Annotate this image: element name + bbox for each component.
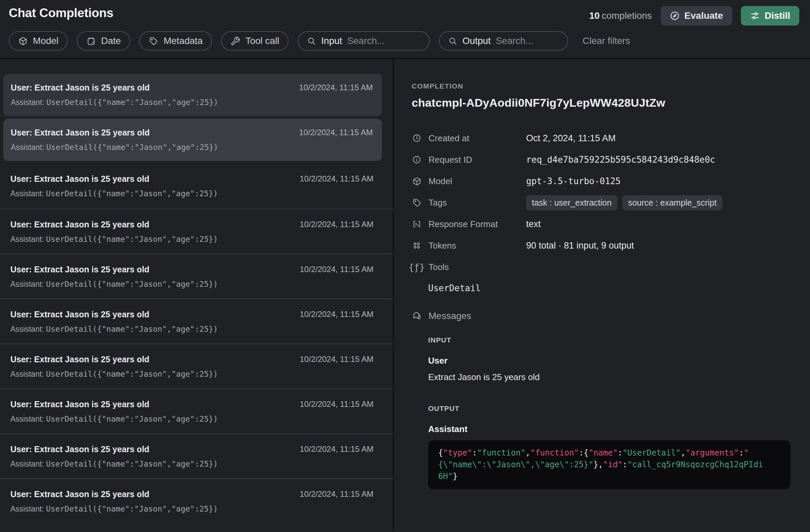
completion-list-item[interactable]: User: Extract Jason is 25 years oldAssis… — [0, 344, 393, 388]
meta-row-tokens: Tokens90 total · 81 input, 9 output — [412, 235, 797, 256]
completion-detail-panel: COMPLETION chatcmpl-ADyAodii0NF7ig7yLepW… — [393, 59, 810, 531]
filter-pill-label: Date — [101, 36, 121, 46]
output-message-block: OUTPUT Assistant {"type":"function","fun… — [428, 404, 797, 489]
meta-row-tags: Tagstask : user_extractionsource : examp… — [412, 192, 797, 213]
filter-pill-label: Metadata — [163, 36, 202, 46]
sliders-icon — [750, 11, 760, 21]
input-message-block: INPUT User Extract Jason is 25 years old — [428, 336, 797, 382]
meta-row-response-format: Response Formattext — [412, 213, 797, 235]
page-title: Chat Completions — [9, 6, 113, 20]
list-item-assistant-text: Assistant: UserDetail({"name":"Jason","a… — [11, 415, 373, 423]
search-icon — [448, 36, 457, 46]
input-message-content: Extract Jason is 25 years old — [428, 372, 797, 382]
distill-button-label: Distill — [765, 11, 790, 21]
completions-count: 10completions — [589, 11, 652, 21]
list-item-timestamp: 10/2/2024, 11:15 AM — [299, 83, 373, 92]
tag-icon — [149, 36, 158, 46]
list-item-timestamp: 10/2/2024, 11:15 AM — [299, 310, 373, 319]
tools-list: UserDetail — [428, 283, 797, 293]
input-search-input[interactable]: InputSearch... — [298, 31, 430, 51]
completions-count-value: 10 — [589, 11, 600, 21]
completion-list-item[interactable]: User: Extract Jason is 25 years oldAssis… — [0, 433, 393, 478]
header-actions: 10completions Evaluate Distill — [589, 6, 801, 26]
meta-label: Response Format — [428, 219, 526, 230]
cube-icon — [18, 36, 28, 46]
output-message-role: Assistant — [428, 424, 797, 434]
calendar-icon — [86, 36, 96, 46]
meta-value: text — [526, 219, 541, 230]
filter-pill-metadata[interactable]: Metadata — [139, 31, 212, 51]
completion-list-item[interactable]: User: Extract Jason is 25 years oldAssis… — [0, 478, 393, 523]
chat-bubbles-icon — [412, 311, 422, 321]
compass-icon — [670, 11, 680, 21]
search-icon — [307, 36, 316, 46]
completion-list-item[interactable]: User: Extract Jason is 25 years oldAssis… — [0, 164, 393, 209]
meta-row-created-at: Created atOct 2, 2024, 11:15 AM — [412, 128, 797, 149]
filter-pill-label: Model — [33, 36, 59, 46]
completion-list-item[interactable]: User: Extract Jason is 25 years oldAssis… — [0, 209, 393, 254]
meta-value: Oct 2, 2024, 11:15 AM — [526, 133, 616, 144]
completion-id: chatcmpl-ADyAodii0NF7ig7yLepWW428UJtZw — [412, 96, 797, 109]
meta-label: Request ID — [428, 155, 526, 165]
list-item-assistant-text: Assistant: UserDetail({"name":"Jason","a… — [11, 280, 373, 289]
list-item-assistant-text: Assistant: UserDetail({"name":"Jason","a… — [11, 325, 373, 334]
messages-section-label: Messages — [428, 311, 471, 321]
tag-chip: task : user_extraction — [526, 195, 617, 210]
distill-button[interactable]: Distill — [741, 6, 799, 26]
list-item-assistant-text: Assistant: UserDetail({"name":"Jason","a… — [11, 189, 373, 198]
filter-pill-tool-call[interactable]: Tool call — [221, 31, 289, 51]
list-item-assistant-text: Assistant: UserDetail({"name":"Jason","a… — [11, 370, 373, 379]
tag-chip: source : example_script — [622, 195, 723, 210]
meta-label: Model — [428, 176, 526, 186]
meta-label: Tools — [428, 262, 526, 272]
list-item-timestamp: 10/2/2024, 11:15 AM — [299, 128, 373, 137]
evaluate-button[interactable]: Evaluate — [661, 6, 732, 26]
list-item-assistant-text: Assistant: UserDetail({"name":"Jason","a… — [11, 235, 373, 244]
list-item-timestamp: 10/2/2024, 11:15 AM — [299, 489, 373, 499]
filter-pill-label: Tool call — [245, 36, 279, 46]
list-item-timestamp: 10/2/2024, 11:15 AM — [299, 399, 373, 409]
tag-icon — [412, 198, 422, 207]
page-header: Chat Completions 10completions Evaluate … — [0, 0, 810, 59]
meta-value: gpt-3.5-turbo-0125 — [526, 176, 621, 186]
meta-label: Tags — [428, 198, 526, 208]
completion-list-item[interactable]: User: Extract Jason is 25 years oldAssis… — [3, 119, 382, 161]
completion-section-label: COMPLETION — [412, 82, 797, 90]
completion-list-item[interactable]: User: Extract Jason is 25 years oldAssis… — [0, 299, 393, 344]
meta-label: Tokens — [428, 240, 526, 251]
completion-metadata: Created atOct 2, 2024, 11:15 AMRequest I… — [412, 128, 797, 278]
wrench-icon — [230, 36, 240, 46]
meta-row-request-id: Request IDreq_d4e7ba759225b595c584243d9c… — [412, 149, 797, 170]
messages-section-header: Messages — [412, 311, 797, 321]
search-field-label: Output — [463, 36, 490, 46]
braces-fn-icon: {ƒ} — [412, 262, 422, 272]
list-item-timestamp: 10/2/2024, 11:15 AM — [299, 445, 373, 454]
completion-list-item[interactable]: User: Extract Jason is 25 years oldAssis… — [0, 388, 393, 433]
search-placeholder: Search... — [496, 36, 533, 46]
completion-list-item[interactable]: User: Extract Jason is 25 years oldAssis… — [0, 254, 393, 299]
evaluate-button-label: Evaluate — [684, 11, 723, 21]
chat-completions-page: Chat Completions 10completions Evaluate … — [0, 0, 810, 532]
search-placeholder: Search... — [347, 36, 385, 46]
tag-chips: task : user_extractionsource : example_s… — [526, 195, 723, 210]
completion-list-item[interactable]: User: Extract Jason is 25 years oldAssis… — [3, 74, 382, 116]
list-item-assistant-text: Assistant: UserDetail({"name":"Jason","a… — [11, 460, 373, 469]
meta-label: Created at — [428, 133, 526, 144]
list-item-assistant-text: Assistant: UserDetail({"name":"Jason","a… — [11, 98, 373, 107]
output-heading: OUTPUT — [428, 404, 797, 413]
output-search-input[interactable]: OutputSearch... — [439, 31, 568, 51]
clear-filters-button[interactable]: Clear filters — [583, 36, 630, 46]
filter-pill-model[interactable]: Model — [9, 31, 68, 51]
filter-pill-date[interactable]: Date — [77, 31, 130, 51]
clock-icon — [412, 133, 422, 143]
input-message-role: User — [428, 355, 797, 366]
filter-bar: ModelDateMetadataTool callInputSearch...… — [9, 31, 801, 51]
meta-value: 90 total · 81 input, 9 output — [526, 240, 634, 251]
list-item-timestamp: 10/2/2024, 11:15 AM — [299, 174, 373, 183]
list-item-timestamp: 10/2/2024, 11:15 AM — [299, 354, 373, 364]
brackets-icon — [412, 219, 422, 229]
list-item-timestamp: 10/2/2024, 11:15 AM — [299, 265, 373, 274]
meta-row-tools: {ƒ}Tools — [412, 256, 797, 278]
meta-row-model: Modelgpt-3.5-turbo-0125 — [412, 170, 797, 192]
meta-value: req_d4e7ba759225b595c584243d9c848e0c — [526, 155, 715, 165]
